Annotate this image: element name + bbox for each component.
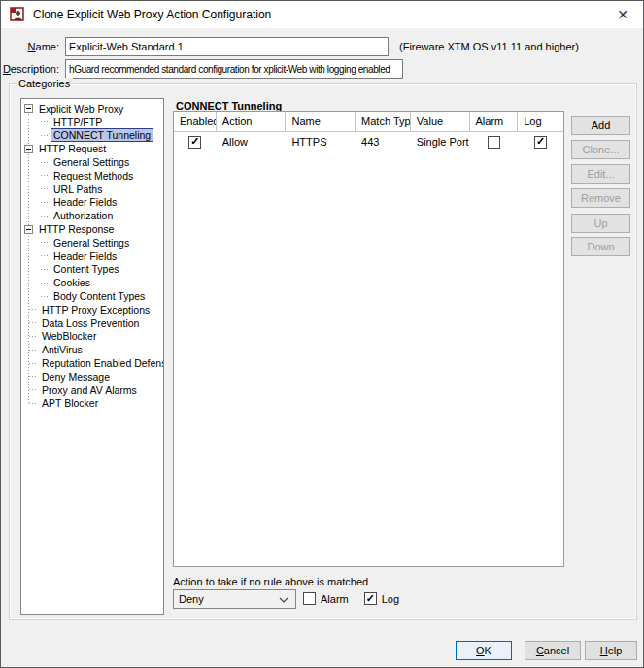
tree-connector: [41, 296, 49, 297]
no-rule-log-checkbox[interactable]: [364, 592, 377, 605]
no-rule-alarm-label: Alarm: [321, 593, 349, 605]
tree-connector: [41, 135, 49, 136]
tree-connector: [29, 309, 37, 310]
description-input[interactable]: [65, 59, 403, 79]
tree-connector: [41, 283, 49, 284]
down-button[interactable]: Down: [571, 237, 630, 256]
tree-connector: [41, 269, 49, 270]
rule-enabled-checkbox[interactable]: [188, 136, 201, 149]
tree-connector: [41, 162, 49, 163]
category-tree: Explicit Web ProxyHTTP/FTPCONNECT Tunnel…: [21, 99, 163, 410]
tree-item-label: HTTP/FTP: [51, 117, 104, 128]
tree-item-label: WebBlocker: [40, 330, 98, 342]
tree-item-label: General Settings: [51, 156, 131, 168]
close-button[interactable]: ✕: [602, 1, 643, 27]
no-rule-action-dropdown[interactable]: Deny: [173, 589, 296, 609]
tree-connector: [41, 255, 49, 256]
tree-item-reputation-enabled-defense[interactable]: Reputation Enabled Defense: [21, 356, 163, 370]
column-header-value[interactable]: Value: [411, 112, 470, 131]
tree-item-body-content-types[interactable]: Body Content Types: [21, 289, 163, 303]
tree-connector: [29, 363, 37, 364]
up-button[interactable]: Up: [571, 214, 630, 233]
edit-button[interactable]: Edit...: [571, 164, 630, 184]
categories-tree-panel: Explicit Web ProxyHTTP/FTPCONNECT Tunnel…: [20, 98, 164, 615]
tree-item-apt-blocker[interactable]: APT Blocker: [21, 397, 163, 411]
tree-item-cookies[interactable]: Cookies: [21, 276, 163, 289]
tree-item-label: Proxy and AV Alarms: [40, 384, 139, 396]
cancel-button[interactable]: Cancel: [525, 641, 581, 660]
tree-item-label: Reputation Enabled Defense: [40, 357, 164, 369]
column-header-alarm[interactable]: Alarm: [470, 112, 519, 131]
help-button-label: Help: [600, 645, 623, 656]
tree-item-label: HTTP Response: [37, 223, 116, 235]
no-rule-action-label: Action to take if no rule above is match…: [173, 576, 368, 587]
table-row[interactable]: AllowHTTPS443Single Port: [174, 132, 563, 151]
tree-item-content-types[interactable]: Content Types: [21, 263, 163, 277]
tree-item-data-loss-prevention[interactable]: Data Loss Prevention: [21, 317, 163, 330]
tree-connector: [41, 216, 49, 217]
no-rule-flags: Alarm Log: [303, 592, 399, 605]
tree-item-label: Header Fields: [51, 250, 119, 262]
rules-table-header: EnabledActionNameMatch TypeValueAlarmLog: [174, 112, 563, 132]
tree-item-deny-message[interactable]: Deny Message: [21, 370, 163, 384]
tree-item-label: HTTP Proxy Exceptions: [40, 304, 152, 316]
remove-button[interactable]: Remove: [571, 188, 630, 208]
help-button[interactable]: Help: [585, 641, 637, 660]
tree-item-label: Content Types: [51, 263, 121, 275]
collapse-toggle-icon[interactable]: [24, 225, 33, 234]
column-header-enabled[interactable]: Enabled: [174, 112, 217, 131]
tree-item-label: Explicit Web Proxy: [37, 103, 125, 115]
tree-item-general-settings[interactable]: General Settings: [21, 155, 163, 169]
add-button[interactable]: Add: [571, 116, 630, 135]
tree-item-label: Header Fields: [51, 196, 119, 208]
tree-item-label: HTTP Request: [37, 143, 108, 154]
rule-cell-value: Single Port: [411, 136, 470, 148]
rule-alarm-checkbox[interactable]: [488, 136, 500, 149]
rule-cell-match_type: 443: [356, 136, 411, 148]
clone-proxy-action-dialog: Clone Explicit Web Proxy Action Configur…: [0, 0, 644, 668]
tree-item-request-methods[interactable]: Request Methods: [21, 169, 163, 183]
tree-item-http-proxy-exceptions[interactable]: HTTP Proxy Exceptions: [21, 303, 163, 317]
tree-connector: [29, 336, 37, 337]
collapse-toggle-icon[interactable]: [24, 104, 33, 113]
tree-item-http-response[interactable]: HTTP Response: [21, 222, 163, 236]
tree-item-general-settings[interactable]: General Settings: [21, 236, 163, 250]
collapse-toggle-icon[interactable]: [24, 145, 33, 153]
tree-item-antivirus[interactable]: AntiVirus: [21, 343, 163, 356]
tree-item-label: Data Loss Prevention: [40, 317, 141, 329]
column-header-name[interactable]: Name: [286, 112, 356, 131]
tree-item-http-request[interactable]: HTTP Request: [21, 142, 163, 155]
tree-item-explicit-web-proxy[interactable]: Explicit Web Proxy: [21, 102, 163, 116]
tree-connector: [41, 242, 49, 243]
tree-item-connect-tunneling[interactable]: CONNECT Tunneling: [21, 129, 163, 143]
tree-connector: [41, 175, 49, 176]
tree-item-url-paths[interactable]: URL Paths: [21, 183, 163, 196]
ok-button[interactable]: OK: [456, 641, 512, 660]
tree-item-label: Authorization: [51, 210, 115, 221]
clone-button[interactable]: Clone...: [571, 140, 630, 159]
tree-item-webblocker[interactable]: WebBlocker: [21, 330, 163, 344]
no-rule-alarm-checkbox[interactable]: [303, 592, 316, 605]
tree-item-http-ftp[interactable]: HTTP/FTP: [21, 116, 163, 129]
name-input[interactable]: [65, 37, 389, 56]
tree-connector: [41, 121, 49, 122]
tree-connector: [29, 403, 37, 404]
categories-group-label: Categories: [16, 78, 73, 89]
tree-item-header-fields[interactable]: Header Fields: [21, 250, 163, 263]
tree-item-label: Request Methods: [51, 170, 135, 182]
column-header-log[interactable]: Log: [518, 112, 563, 131]
window-title: Clone Explicit Web Proxy Action Configur…: [33, 8, 271, 21]
rules-table-body: AllowHTTPS443Single Port: [174, 132, 563, 151]
tree-item-proxy-and-av-alarms[interactable]: Proxy and AV Alarms: [21, 384, 163, 397]
column-header-action[interactable]: Action: [217, 112, 287, 131]
tree-connector: [29, 376, 37, 377]
app-icon: [10, 7, 25, 22]
tree-item-header-fields[interactable]: Header Fields: [21, 196, 163, 210]
rule-log-checkbox[interactable]: [534, 136, 547, 149]
column-header-match-type[interactable]: Match Type: [356, 112, 411, 131]
tree-item-authorization[interactable]: Authorization: [21, 209, 163, 222]
tree-item-label: APT Blocker: [40, 397, 100, 409]
rule-cell-log: [518, 136, 563, 149]
tree-item-label: Deny Message: [40, 371, 112, 383]
cancel-button-label: Cancel: [536, 645, 569, 656]
